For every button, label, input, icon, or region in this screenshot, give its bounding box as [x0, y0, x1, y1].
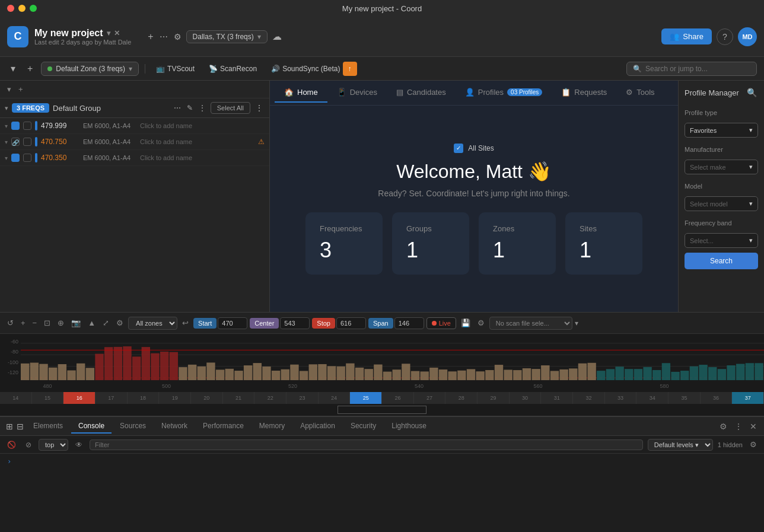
location-selector[interactable]: Dallas, TX (3 freqs) ▾ [186, 30, 268, 43]
eye-button[interactable]: 👁 [73, 439, 85, 450]
tab-tools[interactable]: ⚙ Tools [616, 83, 664, 103]
search-profiles-button[interactable]: Search [685, 253, 758, 269]
tab-application[interactable]: Application [293, 419, 342, 434]
filter-toggle-button[interactable]: ⊘ [23, 439, 34, 450]
add-button[interactable]: + [24, 61, 36, 77]
share-icon-button[interactable]: ⋯ [158, 31, 169, 43]
manufacturer-select[interactable]: Select make ▾ [685, 160, 758, 174]
center-button[interactable]: Center [250, 318, 279, 329]
model-select[interactable]: Select model ▾ [685, 196, 758, 211]
scanrecon-app[interactable]: 📡 ScanRecon [204, 62, 262, 75]
freq-sub-checkbox[interactable] [23, 154, 31, 162]
traffic-lights[interactable] [7, 5, 37, 12]
close-button[interactable] [7, 5, 14, 12]
console-filter-input[interactable] [90, 439, 643, 450]
tab-security[interactable]: Security [343, 419, 383, 434]
tab-console[interactable]: Console [71, 419, 112, 434]
freq-name[interactable]: Click to add name [140, 138, 254, 145]
clear-console-button[interactable]: 🚫 [5, 439, 18, 450]
freq-name[interactable]: Click to add name [140, 122, 265, 129]
crosshair-button[interactable]: ⊕ [55, 317, 66, 329]
zoom-in-button[interactable]: + [18, 317, 28, 329]
scan-file-select[interactable]: No scan file sele... [489, 317, 572, 330]
save-scan-button[interactable]: 💾 [459, 317, 473, 329]
stop-value-input[interactable] [336, 317, 366, 329]
settings-spec-button[interactable]: ⚙ [114, 317, 126, 329]
collapse-left-button[interactable]: ▾ [5, 84, 14, 95]
scan-settings-button[interactable]: ⚙ [475, 317, 487, 329]
freq-checkbox[interactable] [11, 154, 20, 162]
search-bar[interactable]: 🔍 [626, 62, 757, 76]
zone-select[interactable]: All zones [128, 317, 177, 330]
tab-profiles[interactable]: 👤 Profiles 03 Profiles [456, 83, 552, 103]
collapse-group-icon[interactable]: ▾ [5, 104, 8, 112]
tvscout-app[interactable]: 📺 TVScout [151, 62, 199, 75]
selection-indicator[interactable] [338, 406, 426, 414]
tab-memory[interactable]: Memory [252, 419, 292, 434]
upload-button[interactable]: ↑ [343, 62, 357, 76]
cloud-icon-button[interactable]: ☁ [271, 30, 283, 43]
levels-select[interactable]: Default levels ▾ [648, 439, 713, 451]
project-name[interactable]: My new project ▾ ✕ [34, 28, 131, 39]
tab-sources[interactable]: Sources [113, 419, 153, 434]
settings-icon-button[interactable]: ⚙ [173, 31, 183, 43]
stop-button[interactable]: Stop [312, 318, 335, 329]
move-up-button[interactable]: ▲ [85, 317, 98, 329]
more-group-button[interactable]: ⋮ [198, 103, 207, 113]
tab-devices[interactable]: 📱 Devices [327, 83, 387, 103]
settings-console-button[interactable]: ⚙ [747, 439, 759, 450]
tab-home[interactable]: 🏠 Home [275, 83, 327, 103]
freq-name[interactable]: Click to add name [140, 154, 265, 161]
zoom-fit-button[interactable]: ⊡ [42, 317, 53, 329]
minimize-button[interactable] [18, 5, 26, 12]
expand-button[interactable]: ⤢ [100, 317, 112, 329]
devtools-settings-button[interactable]: ⚙ [717, 420, 730, 432]
search-panel-icon-button[interactable]: 🔍 [746, 87, 758, 98]
tab-candidates[interactable]: ▤ Candidates [387, 83, 456, 103]
collapse-button[interactable]: ▾ [7, 60, 19, 77]
zone-selector[interactable]: Default Zone (3 freqs) ▾ [41, 62, 139, 76]
center-value-input[interactable] [280, 317, 310, 329]
history-button[interactable]: ↩ [180, 317, 191, 329]
tab-lighthouse[interactable]: Lighthouse [384, 419, 434, 434]
devtools-toggle-button[interactable]: ⊞ [5, 420, 14, 432]
avatar[interactable]: MD [738, 27, 757, 46]
search-input[interactable] [645, 65, 750, 73]
tab-elements[interactable]: Elements [26, 419, 70, 434]
span-button[interactable]: Span [368, 318, 393, 329]
all-sites-checkbox[interactable]: ✓ [454, 144, 463, 153]
select-all-button[interactable]: Select All [211, 102, 250, 114]
profile-type-select[interactable]: Favorites ▾ [685, 123, 758, 138]
freq-band-select[interactable]: Select... ▾ [685, 233, 758, 248]
add-freq-button[interactable]: + [16, 84, 26, 95]
freq-checkbox[interactable]: 🔗 [11, 138, 20, 146]
freq-sub-checkbox[interactable] [23, 122, 31, 130]
edit-group-button[interactable]: ✎ [186, 103, 194, 113]
maximize-button[interactable] [30, 5, 37, 12]
camera-button[interactable]: 📷 [69, 317, 83, 329]
add-project-button[interactable]: + [147, 30, 154, 43]
zoom-out-button[interactable]: − [30, 317, 40, 329]
help-button[interactable]: ? [717, 28, 733, 45]
span-value-input[interactable] [394, 317, 424, 329]
devtools-dock-button[interactable]: ⊟ [15, 420, 25, 432]
tab-requests[interactable]: 📋 Requests [552, 83, 616, 103]
refresh-button[interactable]: ↺ [5, 317, 16, 329]
freq-checkbox[interactable] [11, 122, 20, 130]
tab-performance[interactable]: Performance [196, 419, 251, 434]
more-options-button[interactable]: ⋮ [254, 102, 265, 114]
freq-sub-checkbox[interactable] [23, 138, 31, 146]
tab-network[interactable]: Network [154, 419, 195, 434]
share-button[interactable]: 👥 Share [661, 28, 712, 44]
soundsync-app[interactable]: 🔊 SoundSync (Beta) ↑ [266, 59, 361, 78]
chevron-down-icon[interactable]: ▾ [107, 29, 110, 37]
start-value-input[interactable] [218, 317, 247, 329]
context-select[interactable]: top [39, 439, 68, 451]
devtools-close-button[interactable]: ✕ [747, 420, 759, 432]
share-group-button[interactable]: ⋯ [173, 103, 182, 113]
spectrum-toolbar: ↺ + − ⊡ ⊕ 📷 ▲ ⤢ ⚙ All zones ↩ Start Cent… [0, 313, 764, 334]
live-button[interactable]: Live [426, 317, 456, 329]
start-button[interactable]: Start [193, 318, 217, 329]
devtools-more-button[interactable]: ⋮ [732, 420, 745, 432]
close-icon[interactable]: ✕ [114, 29, 120, 37]
